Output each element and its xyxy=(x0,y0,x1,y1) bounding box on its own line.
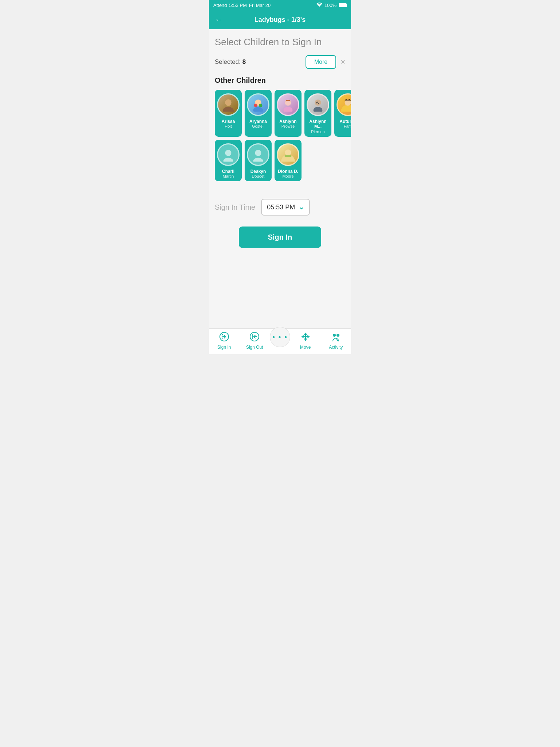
nav-fab-more[interactable]: • • • xyxy=(270,327,290,347)
svg-point-1 xyxy=(223,107,234,112)
child-lastname-charli: Martin xyxy=(223,174,234,178)
svg-point-15 xyxy=(255,150,261,156)
status-time: 5:53 PM xyxy=(229,3,247,8)
clear-selection-button[interactable]: × xyxy=(341,58,345,66)
activity-nav-icon xyxy=(331,332,341,343)
signin-time-row: Sign In Time 05:53 PM ⌄ xyxy=(209,191,351,223)
child-card-deakyn[interactable]: Deakyn Doucet xyxy=(245,140,272,181)
empty-slot-2 xyxy=(326,140,345,181)
nav-item-signout[interactable]: Sign Out xyxy=(240,332,270,350)
main-content: Select Children to Sign In Selected: 8 M… xyxy=(209,29,351,191)
status-date: Fri Mar 20 xyxy=(249,3,271,8)
child-lastname-ashlynn: Prowse xyxy=(281,124,295,128)
child-lastname-autumn: Farn xyxy=(344,124,351,128)
more-button[interactable]: More xyxy=(306,55,336,69)
child-firstname-ashlynn: Ashlynn xyxy=(279,119,296,124)
child-firstname-dionna: Dionna D. xyxy=(278,169,298,174)
svg-rect-19 xyxy=(285,155,292,157)
child-firstname-ashlynn-m: Ashlynn M... xyxy=(307,119,329,129)
empty-slot-1 xyxy=(304,140,323,181)
empty-space xyxy=(209,255,351,328)
child-lastname-ashlynn-m: Pierson xyxy=(311,129,324,134)
child-firstname-deakyn: Deakyn xyxy=(250,169,266,174)
battery-icon xyxy=(339,3,347,7)
signin-nav-icon xyxy=(219,332,229,343)
svg-point-13 xyxy=(225,150,231,156)
selected-count: 8 xyxy=(242,58,246,65)
nav-label-move: Move xyxy=(300,345,311,350)
move-nav-icon xyxy=(300,332,311,343)
avatar-aryanna xyxy=(247,93,269,116)
child-firstname-autumn: Autumn xyxy=(339,119,351,124)
signin-button[interactable]: Sign In xyxy=(239,227,322,248)
child-lastname-deakyn: Doucet xyxy=(252,174,265,178)
nav-label-signin: Sign In xyxy=(217,345,231,350)
back-button[interactable]: ← xyxy=(215,15,223,24)
child-card-charli[interactable]: Charli Martin xyxy=(215,140,242,181)
child-firstname-charli: Charli xyxy=(222,169,234,174)
svg-point-8 xyxy=(284,107,293,112)
child-card-ashlynn-m[interactable]: Ashlynn M... Pierson xyxy=(304,90,331,137)
nav-label-signout: Sign Out xyxy=(246,345,263,350)
selected-count-label: Selected: 8 xyxy=(215,58,246,66)
time-picker[interactable]: 05:53 PM ⌄ xyxy=(261,199,310,216)
child-lastname-arissa: Holt xyxy=(225,124,232,128)
nav-item-signin[interactable]: Sign In xyxy=(209,332,240,350)
svg-point-23 xyxy=(337,334,339,337)
wifi-icon xyxy=(316,3,322,8)
bottom-nav: Sign In Sign Out • • • Move xyxy=(209,328,351,354)
svg-point-14 xyxy=(223,158,233,161)
svg-point-22 xyxy=(333,334,336,337)
nav-label-activity: Activity xyxy=(329,345,343,350)
signout-nav-icon xyxy=(249,332,260,343)
children-grid-row2: Charli Martin Deakyn Doucet xyxy=(215,140,345,181)
avatar-ashlynn-m xyxy=(307,93,329,116)
page-title: Select Children to Sign In xyxy=(215,36,345,48)
fab-dots-icon: • • • xyxy=(272,333,288,341)
child-card-dionna[interactable]: Dionna D. Moore xyxy=(275,140,302,181)
nav-item-activity[interactable]: Activity xyxy=(321,332,351,350)
svg-point-18 xyxy=(285,150,291,156)
signin-time-label: Sign In Time xyxy=(215,203,255,212)
svg-point-4 xyxy=(253,107,263,112)
chevron-down-icon: ⌄ xyxy=(299,203,304,211)
signin-button-row: Sign In xyxy=(209,223,351,255)
battery-text: 100% xyxy=(324,3,337,8)
avatar-deakyn xyxy=(247,143,269,166)
svg-point-6 xyxy=(259,104,262,107)
svg-point-11 xyxy=(341,105,351,112)
child-card-aryanna[interactable]: Aryanna Gosteli xyxy=(245,90,272,137)
child-firstname-aryanna: Aryanna xyxy=(249,119,267,124)
app-header: ← Ladybugs - 1/3's xyxy=(209,10,351,29)
avatar-ashlynn xyxy=(277,93,299,116)
children-grid: Arissa Holt Aryanna Gosteli xyxy=(215,90,345,137)
avatar-arissa xyxy=(217,93,240,116)
svg-point-5 xyxy=(254,104,258,107)
avatar-autumn xyxy=(337,93,351,116)
selected-actions: More × xyxy=(306,55,345,69)
child-lastname-dionna: Moore xyxy=(282,174,293,178)
child-card-arissa[interactable]: Arissa Holt xyxy=(215,90,242,137)
child-firstname-arissa: Arissa xyxy=(222,119,235,124)
selected-bar: Selected: 8 More × xyxy=(215,55,345,69)
avatar-dionna xyxy=(277,143,299,166)
avatar-charli xyxy=(217,143,240,166)
child-card-ashlynn[interactable]: Ashlynn Prowse xyxy=(275,90,302,137)
nav-item-move[interactable]: Move xyxy=(290,332,321,350)
time-value: 05:53 PM xyxy=(267,204,295,211)
child-card-autumn[interactable]: Autumn Farn xyxy=(334,90,351,137)
svg-point-16 xyxy=(253,158,263,161)
child-lastname-aryanna: Gosteli xyxy=(252,124,264,128)
section-title: Other Children xyxy=(215,76,345,85)
status-bar: Attend 5:53 PM Fri Mar 20 100% xyxy=(209,0,351,10)
header-title: Ladybugs - 1/3's xyxy=(254,16,306,24)
status-app: Attend xyxy=(213,3,227,8)
svg-point-10 xyxy=(314,107,323,112)
svg-point-2 xyxy=(225,100,231,106)
